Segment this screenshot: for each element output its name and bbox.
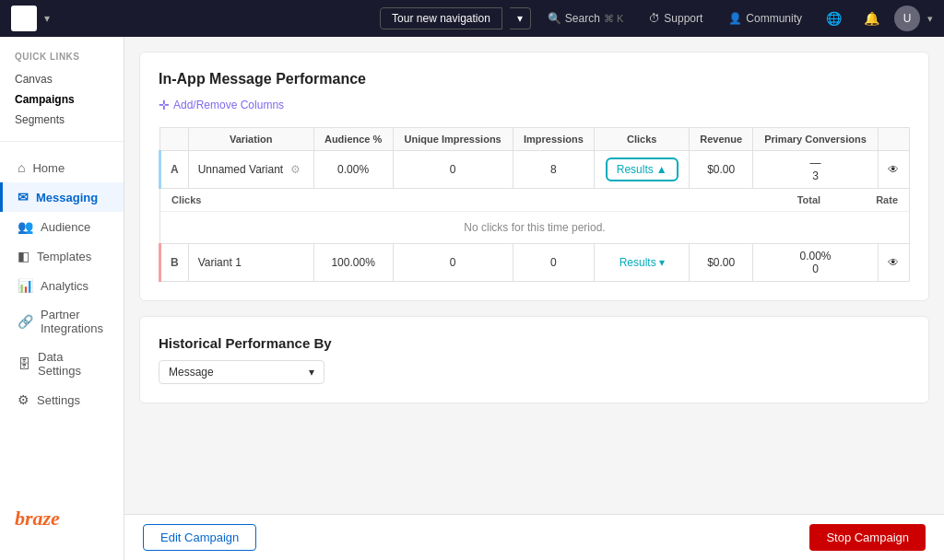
sidebar-item-data-settings[interactable]: 🗄 Data Settings <box>0 343 124 385</box>
expanded-clicks-label: Clicks <box>171 194 201 205</box>
sidebar-item-templates[interactable]: ◧ Templates <box>0 241 124 271</box>
templates-icon: ◧ <box>18 249 30 263</box>
search-icon: 🔍 <box>548 12 561 25</box>
expanded-total-label: Total <box>797 194 820 205</box>
sidebar-item-partner-integrations[interactable]: 🔗 Partner Integrations <box>0 300 124 343</box>
variant-b-revenue: $0.00 <box>690 244 753 282</box>
col-header-unique-impressions: Unique Impressions <box>393 128 513 151</box>
variant-b-conversions: 0.00%0 <box>753 244 879 282</box>
historical-title: Historical Performance By <box>159 335 910 351</box>
community-icon: 👤 <box>728 12 742 25</box>
variant-b-results-cell: Results ▾ <box>595 244 690 282</box>
analytics-icon: 📊 <box>18 278 33 293</box>
sidebar-item-audience[interactable]: 👥 Audience <box>0 212 124 241</box>
variant-b-name: Variant 1 <box>188 244 313 282</box>
sidebar-item-campaigns[interactable]: Campaigns <box>0 89 124 110</box>
variant-b-impressions: 0 <box>513 244 594 282</box>
expanded-empty-message: No clicks for this time period. <box>160 212 909 243</box>
support-button[interactable]: ⏱ Support <box>640 12 712 25</box>
col-header-primary-conversions: Primary Conversions <box>753 128 879 151</box>
variant-a-settings-icon[interactable]: ⚙ <box>290 163 301 176</box>
edit-campaign-button[interactable]: Edit Campaign <box>143 524 256 551</box>
support-icon: ⏱ <box>649 12 660 25</box>
sidebar-item-segments[interactable]: Segments <box>0 110 124 130</box>
table-header-row: Variation Audience % Unique Impressions … <box>160 128 910 151</box>
top-nav: ▾ Tour new navigation ▾ 🔍 Search ⌘ K ⏱ S… <box>0 0 944 37</box>
sidebar-bottom: braze <box>0 414 124 545</box>
data-icon: 🗄 <box>18 356 30 371</box>
variant-b-audience: 100.00% <box>313 244 393 282</box>
variant-a-revenue: $0.00 <box>690 151 753 189</box>
nav-chevron[interactable]: ▾ <box>44 12 50 25</box>
variant-a-unique-impressions: 0 <box>393 151 513 189</box>
notifications-button[interactable]: 🔔 <box>856 7 887 29</box>
historical-section: Historical Performance By Message ▾ <box>139 316 929 403</box>
variant-a-name: Unnamed Variant ⚙ <box>188 151 313 189</box>
expanded-rate-label: Rate <box>876 194 898 205</box>
sidebar-item-analytics[interactable]: 📊 Analytics <box>0 271 124 300</box>
table-row: B Variant 1 100.00% 0 0 Results ▾ <box>160 244 910 282</box>
col-header-variation: Variation <box>188 128 313 151</box>
plus-icon: ✛ <box>159 98 170 112</box>
sidebar-item-settings[interactable]: ⚙ Settings <box>0 385 124 414</box>
main-content: In-App Message Performance ✛ Add/Remove … <box>124 37 944 514</box>
dropdown-chevron-icon: ▾ <box>309 366 314 379</box>
footer-bar: Edit Campaign Stop Campaign <box>124 514 944 560</box>
globe-button[interactable]: 🌐 <box>819 7 849 29</box>
variant-a-conversions: —3 <box>753 151 879 189</box>
table-expanded-row-a: Clicks Total Rate No clicks for this tim… <box>160 189 910 244</box>
search-button[interactable]: 🔍 Search ⌘ K <box>538 12 632 25</box>
variant-a-view[interactable]: 👁 <box>878 151 909 189</box>
variant-a-results-button[interactable]: Results ▲ <box>606 158 678 181</box>
partner-icon: 🔗 <box>18 314 33 329</box>
user-chevron[interactable]: ▾ <box>927 13 933 25</box>
variant-a-audience: 0.00% <box>313 151 393 189</box>
results-b-chevron: ▾ <box>659 256 665 269</box>
home-icon: ⌂ <box>18 160 25 175</box>
col-header-audience: Audience % <box>313 128 393 151</box>
user-avatar[interactable]: U <box>894 6 920 31</box>
sidebar-item-messaging[interactable]: ✉ Messaging <box>0 182 124 212</box>
col-header-clicks: Clicks <box>595 128 690 151</box>
performance-card: In-App Message Performance ✛ Add/Remove … <box>139 52 929 301</box>
variant-a-id: A <box>160 151 189 189</box>
community-button[interactable]: 👤 Community <box>719 12 811 25</box>
col-header-impressions: Impressions <box>513 128 594 151</box>
variant-b-results-button[interactable]: Results ▾ <box>620 256 665 269</box>
sidebar-item-canvas[interactable]: Canvas <box>0 69 124 89</box>
quick-links-label: QUICK LINKS <box>0 52 124 69</box>
stop-campaign-button[interactable]: Stop Campaign <box>809 524 926 551</box>
audience-icon: 👥 <box>18 219 33 234</box>
sidebar-item-home[interactable]: ⌂ Home <box>0 153 124 182</box>
results-a-chevron: ▲ <box>656 163 667 176</box>
col-header-empty <box>160 128 189 151</box>
variant-a-impressions: 8 <box>513 151 594 189</box>
settings-icon: ⚙ <box>18 392 30 407</box>
variant-b-id: B <box>160 244 189 282</box>
col-header-actions <box>878 128 909 151</box>
braze-logo: braze <box>15 507 60 531</box>
variant-b-unique-impressions: 0 <box>393 244 513 282</box>
app-logo <box>11 6 37 31</box>
variant-a-results-cell: Results ▲ <box>595 151 690 189</box>
table-row: A Unnamed Variant ⚙ 0.00% 0 8 Results <box>160 151 910 189</box>
sidebar: QUICK LINKS Canvas Campaigns Segments ⌂ … <box>0 37 124 560</box>
performance-table: Variation Audience % Unique Impressions … <box>159 127 910 282</box>
sidebar-divider <box>0 141 124 142</box>
tour-button[interactable]: Tour new navigation <box>380 7 502 29</box>
messaging-icon: ✉ <box>18 190 29 204</box>
add-columns-button[interactable]: ✛ Add/Remove Columns <box>159 98 284 112</box>
main-layout: QUICK LINKS Canvas Campaigns Segments ⌂ … <box>0 37 944 560</box>
tour-chevron-button[interactable]: ▾ <box>510 7 531 29</box>
col-header-revenue: Revenue <box>690 128 753 151</box>
historical-dropdown[interactable]: Message ▾ <box>159 360 324 384</box>
performance-title: In-App Message Performance <box>159 71 910 88</box>
variant-b-view[interactable]: 👁 <box>878 244 909 282</box>
